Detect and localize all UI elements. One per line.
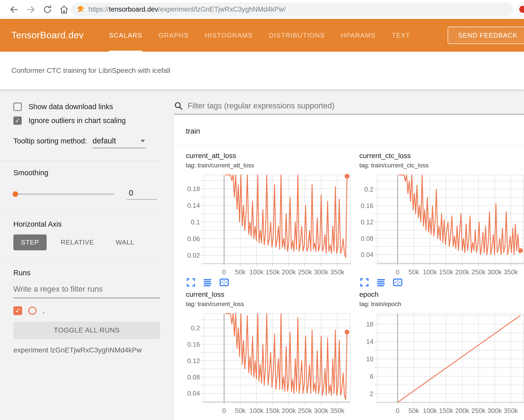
tooltip-sorting-select[interactable]: default — [93, 136, 146, 148]
svg-text:350k: 350k — [504, 407, 518, 414]
svg-text:200k: 200k — [282, 407, 296, 414]
wall-button[interactable]: WALL — [108, 234, 142, 250]
show-download-links-checkbox-row[interactable]: Show data download links — [13, 103, 160, 111]
send-feedback-button[interactable]: SEND FEEDBACK — [448, 27, 524, 44]
svg-text:50k: 50k — [235, 407, 246, 414]
svg-text:0: 0 — [396, 268, 399, 276]
svg-text:0.2: 0.2 — [364, 186, 373, 193]
tab-text[interactable]: TEXT — [392, 19, 410, 52]
avatar-red-badge — [519, 6, 524, 13]
app-logo: TensorBoard.dev — [11, 30, 84, 41]
tab-scalars[interactable]: SCALARS — [109, 19, 142, 52]
svg-text:200k: 200k — [455, 268, 470, 276]
svg-text:0.2: 0.2 — [191, 324, 200, 332]
checkbox-label: Show data download links — [28, 103, 113, 111]
tab-histograms[interactable]: HISTOGRAMS — [205, 19, 253, 52]
svg-text:0.1: 0.1 — [191, 218, 200, 226]
run-checkbox-checked-icon[interactable]: ✓ — [13, 306, 22, 315]
divider — [0, 160, 160, 161]
page: https://tensorboard.dev/experiment/lzGnE… — [0, 0, 524, 420]
svg-text:150k: 150k — [266, 268, 280, 276]
fullscreen-icon[interactable] — [186, 277, 196, 287]
line-chart[interactable]: 0.040.080.120.160.2050k100k150k200k250k3… — [359, 173, 524, 276]
nav-tabs: SCALARS GRAPHS HISTOGRAMS DISTRIBUTIONS … — [109, 19, 410, 52]
smoothing-slider[interactable] — [13, 194, 114, 195]
tensorboard-favicon-icon — [77, 6, 84, 13]
experiment-id-label: experiment lzGnETjwRxC3yghNMd4kPw — [13, 346, 160, 354]
svg-text:100k: 100k — [249, 268, 264, 276]
svg-text:0.04: 0.04 — [361, 251, 373, 258]
ignore-outliers-checkbox-row[interactable]: ✓ Ignore outliers in chart scaling — [13, 116, 160, 125]
relative-button[interactable]: RELATIVE — [53, 234, 102, 250]
log-scale-icon[interactable] — [202, 277, 213, 287]
browser-avatar[interactable] — [516, 3, 524, 16]
tab-graphs[interactable]: GRAPHS — [159, 19, 189, 52]
url-text: https://tensorboard.dev/experiment/lzGnE… — [89, 6, 286, 13]
line-chart[interactable]: 0.040.080.120.160.2050k100k150k200k250k3… — [186, 312, 352, 414]
svg-text:150k: 150k — [439, 407, 453, 414]
horizontal-axis-label: Horizontal Axis — [13, 220, 160, 228]
section-title[interactable]: train — [174, 114, 524, 144]
chart-title: epoch — [359, 290, 524, 298]
chart-current-att-loss: current_att_loss tag: train/current_att_… — [186, 152, 352, 287]
chart-title: current_loss — [186, 290, 352, 298]
charts-grid: current_att_loss tag: train/current_att_… — [174, 144, 524, 414]
slider-thumb[interactable] — [13, 191, 18, 197]
fit-domain-icon[interactable] — [393, 277, 403, 287]
chart-epoch: epoch tag: train/epoch 26101418050k100k1… — [359, 290, 524, 414]
svg-text:0.16: 0.16 — [187, 341, 200, 348]
forward-icon[interactable] — [26, 5, 36, 15]
chart-tag: tag: train/current_loss — [186, 301, 352, 308]
chart-current-loss: current_loss tag: train/current_loss 0.0… — [186, 290, 352, 414]
app-header: TensorBoard.dev SCALARS GRAPHS HISTOGRAM… — [0, 19, 524, 52]
fullscreen-icon[interactable] — [359, 277, 369, 287]
home-icon[interactable] — [59, 5, 69, 15]
run-color-circle-icon[interactable] — [28, 307, 37, 315]
svg-text:50k: 50k — [235, 268, 246, 276]
train-card: train current_att_loss tag: train/curren… — [174, 114, 524, 420]
filter-tags-placeholder: Filter tags (regular expressions support… — [188, 101, 334, 110]
svg-text:0.14: 0.14 — [187, 202, 200, 209]
svg-text:200k: 200k — [455, 407, 470, 414]
run-row: ✓ . — [13, 306, 160, 315]
reload-icon[interactable] — [42, 5, 52, 15]
tab-distributions[interactable]: DISTRIBUTIONS — [269, 19, 325, 52]
svg-text:50k: 50k — [409, 268, 419, 276]
line-chart[interactable]: 0.020.060.10.140.18050k100k150k200k250k3… — [186, 173, 352, 276]
runs-filter-input[interactable]: Write a regex to filter runs — [13, 285, 160, 298]
svg-text:350k: 350k — [504, 268, 518, 276]
runs-label: Runs — [13, 269, 160, 277]
chart-toolbar — [359, 277, 524, 287]
svg-text:0.06: 0.06 — [187, 235, 200, 243]
svg-text:200k: 200k — [282, 268, 296, 276]
tooltip-sorting-value: default — [93, 136, 116, 145]
svg-text:150k: 150k — [439, 268, 453, 276]
divider — [0, 212, 160, 213]
main-panel: Filter tags (regular expressions support… — [166, 89, 524, 420]
svg-text:250k: 250k — [471, 268, 486, 276]
toggle-all-runs-button[interactable]: TOGGLE ALL RUNS — [13, 322, 160, 339]
svg-text:0.18: 0.18 — [187, 185, 200, 193]
divider — [0, 261, 160, 261]
checkbox-checked-icon[interactable]: ✓ — [13, 116, 22, 125]
log-scale-icon[interactable] — [376, 277, 386, 287]
tooltip-sorting-row: Tooltip sorting method: default — [13, 136, 160, 148]
chart-tag: tag: train/current_ctc_loss — [359, 162, 524, 169]
filter-tags-input[interactable]: Filter tags (regular expressions support… — [174, 101, 524, 114]
step-button[interactable]: STEP — [13, 234, 47, 250]
line-chart[interactable]: 26101418050k100k150k200k250k300k350k — [359, 312, 524, 414]
checkbox-unchecked-icon[interactable] — [13, 103, 22, 111]
svg-text:350k: 350k — [330, 268, 344, 276]
tab-hparams[interactable]: HPARAMS — [341, 19, 376, 52]
svg-text:250k: 250k — [471, 407, 486, 414]
smoothing-value-input[interactable]: 0 — [127, 189, 157, 200]
chart-tag: tag: train/epoch — [359, 301, 524, 308]
svg-text:100k: 100k — [249, 407, 264, 414]
back-icon[interactable] — [9, 5, 19, 15]
svg-text:0: 0 — [222, 268, 226, 276]
url-bar[interactable]: https://tensorboard.dev/experiment/lzGnE… — [71, 3, 513, 16]
svg-text:250k: 250k — [298, 407, 312, 414]
svg-text:300k: 300k — [314, 268, 328, 276]
fit-domain-icon[interactable] — [219, 277, 229, 287]
run-name: . — [43, 307, 45, 315]
